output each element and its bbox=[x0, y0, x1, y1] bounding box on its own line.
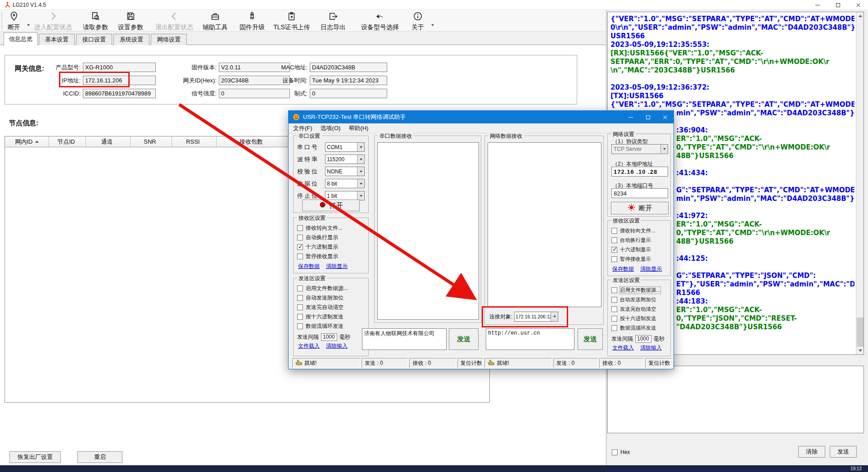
about-dropdown-caret[interactable] bbox=[431, 24, 434, 26]
toolbar-exit-config-button[interactable]: 退出配置状态 bbox=[152, 11, 196, 32]
toolbar-log-export-button[interactable]: 日志导出 bbox=[317, 11, 349, 32]
save-data-link[interactable]: 保存数据 bbox=[298, 263, 320, 270]
dropdown-button[interactable] bbox=[357, 191, 364, 200]
log-input-area[interactable] bbox=[607, 366, 864, 433]
checkbox[interactable] bbox=[297, 295, 303, 301]
interval-input[interactable]: 1000 bbox=[321, 333, 337, 341]
serial-open-button[interactable]: 打开 bbox=[302, 200, 360, 211]
local-port-field[interactable]: 8234 bbox=[611, 188, 668, 198]
menu-help[interactable]: 帮助(H) bbox=[348, 124, 368, 132]
serial-config-dropdown[interactable]: 1 bit bbox=[325, 191, 365, 200]
checkbox[interactable] bbox=[611, 316, 617, 322]
tab-interface-settings[interactable]: 接口设置 bbox=[76, 34, 112, 45]
clear-input-link[interactable]: 清除输入 bbox=[640, 344, 662, 352]
checkbox[interactable] bbox=[611, 325, 617, 331]
dropdown-button[interactable] bbox=[660, 145, 668, 154]
checkbox[interactable] bbox=[611, 247, 617, 253]
serial-reset-count-button[interactable]: 复位计数 bbox=[457, 358, 484, 368]
serial-send-input[interactable]: 济南有人物联网技术有限公司 bbox=[362, 328, 447, 350]
checkbox[interactable] bbox=[297, 323, 303, 329]
checkbox[interactable] bbox=[611, 306, 617, 312]
serial-config-dropdown[interactable]: 8 bit bbox=[325, 179, 365, 188]
dropdown-button[interactable] bbox=[357, 179, 364, 188]
toolbar-tls-upload-button[interactable]: TLS证书上传 bbox=[270, 11, 313, 32]
hex-checkbox[interactable] bbox=[612, 449, 618, 455]
toolbar-device-model-button[interactable]: 设备型号选择 bbox=[354, 11, 406, 32]
node-table-header-cell[interactable]: 接收包数 bbox=[217, 136, 289, 147]
toolbar-disconnect-button[interactable]: 断开 bbox=[4, 11, 24, 32]
toolbar-read-params-button[interactable]: 读取参数 bbox=[79, 11, 112, 32]
connect-target-dropdown[interactable]: 172.16.11.206:1234 bbox=[514, 312, 558, 322]
dialog-minimize-button[interactable] bbox=[622, 111, 639, 123]
file-load-link[interactable]: 文件载入 bbox=[612, 344, 634, 352]
scroll-up-button[interactable] bbox=[856, 12, 864, 20]
serial-send-button[interactable]: 发送 bbox=[449, 328, 479, 350]
clear-input-link[interactable]: 清除输入 bbox=[326, 342, 348, 350]
node-table-header-cell[interactable]: SNR bbox=[131, 136, 172, 147]
node-table-header-cell[interactable]: 通道 bbox=[86, 136, 131, 147]
close-button[interactable] bbox=[848, 0, 868, 10]
checkbox[interactable] bbox=[297, 286, 303, 291]
dialog-close-button[interactable] bbox=[656, 111, 674, 123]
net-disconnect-button[interactable]: 断开 bbox=[611, 202, 669, 214]
reboot-button[interactable]: 重启 bbox=[77, 451, 122, 463]
local-ip-field[interactable]: 172.16 .10 .28 bbox=[611, 167, 668, 177]
toolbar-aux-tools-button[interactable]: 辅助工具 bbox=[199, 11, 231, 32]
clear-display-link[interactable]: 清除显示 bbox=[326, 263, 348, 270]
checkbox[interactable] bbox=[611, 287, 617, 293]
toolbar-enter-config-button[interactable]: 进入配置状态 bbox=[32, 11, 75, 32]
maximize-button[interactable] bbox=[828, 0, 848, 10]
tab-network-settings[interactable]: 网络设置 bbox=[151, 34, 187, 45]
toolbar-about-button[interactable]: 关于 bbox=[408, 11, 428, 32]
interval-input[interactable]: 1000 bbox=[635, 335, 651, 343]
net-send-input[interactable]: http://en.usr.cn bbox=[486, 328, 574, 350]
net-reset-count-button[interactable]: 复位计数 bbox=[645, 358, 672, 368]
factory-reset-button[interactable]: 恢复出厂设置 bbox=[9, 451, 61, 463]
net-recv-box[interactable] bbox=[488, 142, 601, 307]
checkbox[interactable] bbox=[297, 254, 303, 259]
node-table-header-cell[interactable]: 节点ID bbox=[49, 136, 86, 147]
save-data-link[interactable]: 保存数据 bbox=[612, 265, 634, 273]
log-clear-button[interactable]: 清除 bbox=[798, 446, 825, 458]
checkbox[interactable] bbox=[297, 244, 303, 250]
dialog-maximize-button[interactable] bbox=[639, 111, 656, 123]
checkbox[interactable] bbox=[297, 304, 303, 310]
toolbar-set-params-button[interactable]: 设置参数 bbox=[114, 11, 147, 32]
scrollbar-thumb[interactable] bbox=[857, 318, 863, 348]
clear-display-link[interactable]: 清除显示 bbox=[640, 265, 662, 273]
dropdown-button[interactable] bbox=[357, 155, 364, 163]
dropdown-button[interactable] bbox=[357, 143, 364, 151]
log-send-button[interactable]: 发送 bbox=[830, 446, 857, 458]
log-scrollbar[interactable] bbox=[856, 12, 863, 354]
protocol-type-dropdown[interactable]: TCP Server bbox=[611, 144, 668, 154]
checkbox[interactable] bbox=[297, 314, 303, 320]
serial-config-dropdown[interactable]: 115200 bbox=[325, 154, 365, 164]
toolbar-firmware-upgrade-button[interactable]: 固件升级 bbox=[236, 11, 268, 32]
tab-system-settings[interactable]: 系统设置 bbox=[113, 34, 149, 45]
checkbox[interactable] bbox=[611, 256, 617, 262]
checkbox[interactable] bbox=[297, 225, 303, 231]
dropdown-button[interactable] bbox=[551, 312, 558, 321]
menu-options[interactable]: 选项(O) bbox=[321, 124, 341, 132]
log-line: 2023-05-09,19:12:36:372: bbox=[610, 83, 854, 92]
checkbox[interactable] bbox=[297, 235, 303, 241]
node-table-header-cell[interactable]: RSSI bbox=[172, 136, 217, 147]
dropdown-button[interactable] bbox=[357, 167, 364, 176]
file-load-link[interactable]: 文件载入 bbox=[298, 342, 320, 350]
serial-config-dropdown[interactable]: NONE bbox=[325, 167, 365, 176]
menu-file[interactable]: 文件(F) bbox=[293, 124, 312, 132]
net-send-button[interactable]: 发送 bbox=[578, 328, 603, 350]
serial-config-dropdown[interactable]: COM1 bbox=[325, 142, 365, 152]
disconnect-dropdown-caret[interactable] bbox=[27, 24, 30, 26]
scroll-down-button[interactable] bbox=[856, 347, 864, 354]
serial-recv-box[interactable] bbox=[377, 142, 479, 320]
taskbar[interactable]: 19:12 bbox=[0, 465, 868, 472]
node-table-header-cell[interactable]: 网内ID bbox=[5, 136, 49, 147]
minimize-button[interactable] bbox=[808, 0, 827, 10]
tab-info-overview[interactable]: 信息总览 bbox=[4, 32, 38, 45]
checkbox[interactable] bbox=[611, 237, 617, 243]
dialog-titlebar[interactable]: USR-TCP232-Test 串口转网络调试助手 bbox=[289, 111, 674, 123]
checkbox[interactable] bbox=[611, 228, 617, 234]
checkbox[interactable] bbox=[611, 297, 617, 303]
tab-basic-settings[interactable]: 基本设置 bbox=[39, 34, 75, 45]
